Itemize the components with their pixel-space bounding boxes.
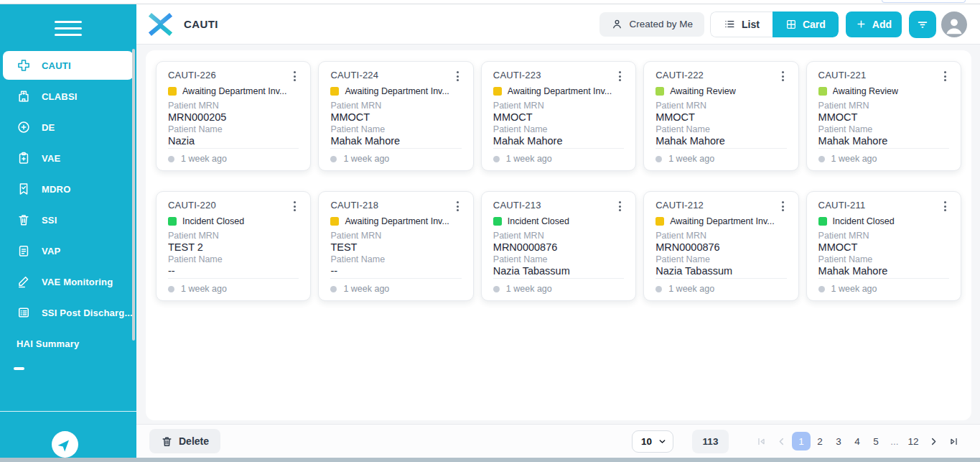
patient-mrn-value: MRN0000876 [655,241,786,251]
patient-mrn-value: MRN000205 [168,111,299,121]
patient-name-value: Mahak Mahore [818,265,949,274]
incident-card-cauti-222[interactable]: CAUTI-222 Awaiting Review Patient MRN MM… [643,61,798,171]
incident-card-cauti-223[interactable]: CAUTI-223 Awaiting Department Inv... Pat… [481,61,636,171]
kebab-menu-icon[interactable] [616,70,624,83]
sidebar-item-mdro[interactable]: MDRO [3,175,134,203]
incident-card-cauti-218[interactable]: CAUTI-218 Awaiting Department Inv... Pat… [318,191,473,301]
sidebar-item-ssi-post-discharg[interactable]: SSI Post Discharg... [3,298,134,327]
incident-card-cauti-221[interactable]: CAUTI-221 Awaiting Review Patient MRN MM… [806,61,961,171]
incident-card-cauti-211[interactable]: CAUTI-211 Incident Closed Patient MRN MM… [806,191,961,301]
page-button-2[interactable]: 2 [811,432,829,451]
page-button-12[interactable]: 12 [904,432,923,451]
page-button-3[interactable]: 3 [829,432,848,451]
sidebar: CAUTI CLABSI DE VAE MDRO SSI [0,4,136,458]
user-avatar[interactable] [941,11,967,37]
view-toggle: List Card [710,11,839,37]
kebab-menu-icon[interactable] [941,200,949,213]
kebab-menu-icon[interactable] [291,70,299,83]
sidebar-item-vae[interactable]: VAE [3,144,134,172]
sidebar-item-ssi[interactable]: SSI [3,205,134,234]
top-edge-strip [0,0,980,4]
trash-icon [17,213,31,227]
patient-mrn-value: TEST [330,241,461,251]
status-color-square [655,87,664,96]
kebab-menu-icon[interactable] [941,70,949,83]
sidebar-item-hai-summary[interactable]: HAI Summary [3,329,134,358]
patient-mrn-label: Patient MRN [655,101,786,111]
patient-name-value: -- [330,265,461,274]
patient-name-label: Patient Name [655,254,786,264]
add-button[interactable]: Add [846,11,902,37]
page-button: ... [885,432,904,451]
patient-mrn-label: Patient MRN [818,231,949,241]
sidebar-item-clabsi[interactable]: CLABSI [3,82,134,111]
status-label: Awaiting Department Inv... [345,86,449,96]
sidebar-item-label: MDRO [42,184,71,195]
first-page-button[interactable] [752,432,770,451]
header: CAUTI Created by Me List [136,4,980,45]
page-button-5[interactable]: 5 [867,432,885,451]
incident-card-cauti-224[interactable]: CAUTI-224 Awaiting Department Inv... Pat… [318,61,473,171]
app-logo-icon [147,12,174,37]
patient-name-label: Patient Name [330,254,461,264]
created-by-me-button[interactable]: Created by Me [599,12,704,37]
kebab-menu-icon[interactable] [454,70,462,83]
patient-name-value: Mahak Mahore [655,135,786,144]
time-ago: 1 week ago [181,154,227,164]
time-dot-icon [493,286,500,292]
person-icon [611,18,623,30]
sidebar-item-vap[interactable]: VAP [3,236,134,265]
patient-mrn-value: MMOCT [818,241,949,251]
last-page-button[interactable] [944,432,963,451]
filter-button[interactable] [909,11,936,38]
card-view-button[interactable]: Card [773,11,839,37]
clipboard-lines-icon [17,244,31,258]
time-ago: 1 week ago [506,154,552,164]
partial-item-dash [14,367,24,370]
sidebar-item-cauti[interactable]: CAUTI [3,51,134,80]
kebab-menu-icon[interactable] [454,200,462,213]
trash-icon [161,435,173,448]
first-page-icon [755,435,767,448]
sidebar-item-vae-monitoring[interactable]: VAE Monitoring [3,267,134,296]
previous-page-button[interactable] [772,432,790,451]
next-page-button[interactable] [924,432,943,451]
app-page: CAUTI CLABSI DE VAE MDRO SSI [0,0,980,462]
incident-card-cauti-213[interactable]: CAUTI-213 Incident Closed Patient MRN MR… [481,191,636,301]
patient-mrn-label: Patient MRN [168,231,299,241]
avatar-person-icon [943,15,965,37]
patient-mrn-label: Patient MRN [818,101,949,111]
page-button-4[interactable]: 4 [848,432,867,451]
patient-mrn-label: Patient MRN [493,231,624,241]
patient-mrn-label: Patient MRN [493,101,624,111]
incident-card-cauti-220[interactable]: CAUTI-220 Incident Closed Patient MRN TE… [156,191,311,301]
bookmark-check-icon [17,182,31,196]
patient-name-label: Patient Name [330,124,461,134]
delete-button[interactable]: Delete [149,429,220,453]
hamburger-menu-icon[interactable] [55,17,82,40]
incident-card-cauti-212[interactable]: CAUTI-212 Awaiting Department Inv... Pat… [643,191,798,301]
kebab-menu-icon[interactable] [779,200,787,213]
kebab-menu-icon[interactable] [779,70,787,83]
status-label: Awaiting Review [833,86,898,96]
patient-mrn-value: MMOCT [818,111,949,121]
navigate-button[interactable] [52,431,78,458]
incident-card-cauti-226[interactable]: CAUTI-226 Awaiting Department Inv... Pat… [156,61,311,171]
list-view-button[interactable]: List [710,11,773,37]
time-ago: 1 week ago [343,154,389,164]
patient-name-label: Patient Name [655,124,786,134]
sidebar-item-de[interactable]: DE [3,113,134,142]
patient-mrn-label: Patient MRN [168,101,299,111]
incident-id: CAUTI-223 [493,70,541,80]
kebab-menu-icon[interactable] [291,200,299,213]
chevron-down-icon [658,438,666,445]
kebab-menu-icon[interactable] [616,200,624,213]
incident-id: CAUTI-221 [818,70,867,80]
incident-id: CAUTI-222 [655,70,704,80]
sidebar-item-label: HAI Summary [17,338,79,349]
navigation-arrow-icon [57,437,73,452]
page-size-select[interactable]: 10 [632,430,673,453]
sidebar-scrollbar[interactable] [132,49,135,341]
page-button-1[interactable]: 1 [792,432,811,451]
chevron-right-icon [928,435,940,448]
